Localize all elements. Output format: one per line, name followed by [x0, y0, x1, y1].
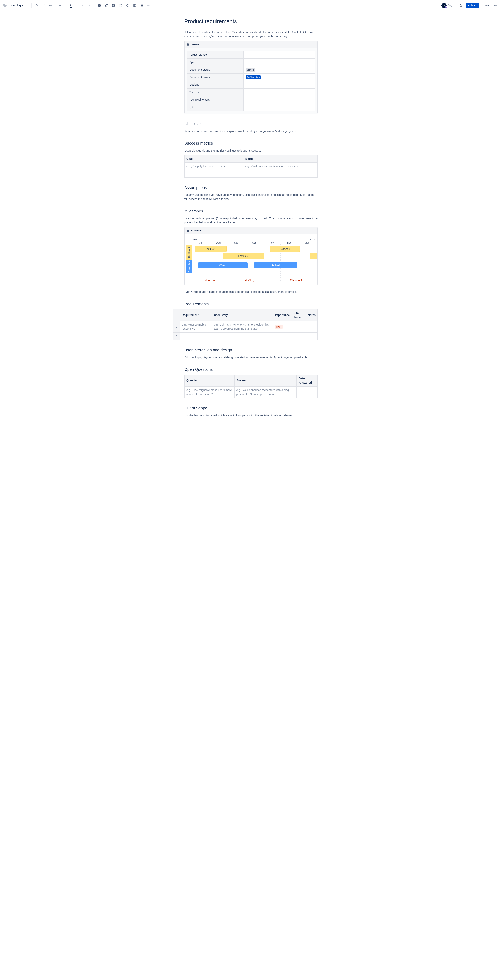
- text-color-button[interactable]: A ▾: [69, 2, 75, 9]
- svg-point-5: [81, 5, 81, 6]
- layout-button[interactable]: [139, 2, 145, 9]
- svg-point-19: [126, 4, 129, 7]
- section-heading-outscope[interactable]: Out of Scope: [184, 405, 318, 411]
- panel-header: Details: [185, 41, 317, 48]
- page-icon: [187, 43, 190, 46]
- milestone-label: Go/No go: [245, 279, 255, 282]
- roadmap-year-end: 2019: [309, 237, 315, 242]
- mention-pill[interactable]: @Chan Kim: [245, 75, 261, 80]
- svg-rect-29: [460, 5, 462, 7]
- separator: [76, 3, 77, 8]
- italic-button[interactable]: I: [41, 2, 47, 9]
- more-formatting-button[interactable]: ···: [48, 2, 54, 9]
- roadmap-lane-dashboard: Dashboard Feature 1 Feature 3 Feature 2: [186, 245, 316, 260]
- section-heading-requirements[interactable]: Requirements: [184, 301, 318, 307]
- separator: [31, 3, 32, 8]
- svg-point-21: [128, 5, 128, 5]
- page-more-button[interactable]: ···: [492, 2, 499, 9]
- table-row: Technical writers: [188, 96, 315, 103]
- section-heading-milestones[interactable]: Milestones: [184, 208, 318, 214]
- chevron-down-icon: ▾: [62, 5, 64, 6]
- status-lozenge[interactable]: DRAFT: [245, 68, 255, 72]
- table-row: QA: [188, 103, 315, 111]
- separator: [94, 3, 94, 8]
- align-button[interactable]: ▾: [58, 2, 64, 9]
- svg-rect-22: [134, 4, 136, 7]
- importance-badge[interactable]: HIGH: [275, 325, 283, 329]
- objective-text[interactable]: Provide context on this project and expl…: [184, 129, 318, 133]
- toolbar-left: Heading 2 ▾ B I ··· ▾ A ▾ 123: [2, 2, 441, 9]
- svg-point-3: [81, 4, 81, 5]
- roadmap-bar[interactable]: [310, 253, 317, 259]
- user-avatar[interactable]: CK: [441, 3, 446, 8]
- insert-more-button[interactable]: + ▾: [146, 2, 152, 9]
- success-metrics-table[interactable]: Goal Metric e.g., Simplify the user expe…: [184, 155, 318, 178]
- roadmap-bar[interactable]: Feature 2: [223, 253, 264, 259]
- roadmap-bar[interactable]: iOS App: [198, 262, 248, 268]
- open-questions-table[interactable]: Question Answer Date Answered e.g., How …: [184, 375, 318, 398]
- section-heading-openq[interactable]: Open Questions: [184, 366, 318, 372]
- roadmap-month: Nov: [263, 241, 280, 245]
- uidesign-text[interactable]: Add mockups, diagrams, or visual designs…: [184, 355, 318, 360]
- lane-track: iOS App Android: [192, 260, 316, 273]
- text-style-dropdown[interactable]: Heading 2 ▾: [10, 3, 29, 8]
- table-row: Designer: [188, 81, 315, 89]
- roadmap-lane-notification: Notification iOS App Android: [186, 260, 316, 273]
- milestone-label: Milestone 2: [290, 279, 302, 282]
- roadmap-chart: 2018 2019 Jul Aug Sep Oct Nov Dec Jan Da…: [185, 234, 317, 285]
- roadmap-bar[interactable]: Android: [254, 262, 297, 268]
- page-title[interactable]: Product requirements: [184, 17, 318, 25]
- assumptions-text[interactable]: List any assumptions you have about your…: [184, 193, 318, 201]
- requirements-table[interactable]: Requirement User Story Importance Jira I…: [172, 309, 318, 340]
- image-button[interactable]: [110, 2, 117, 9]
- separator: [66, 3, 67, 8]
- section-heading-assumptions[interactable]: Assumptions: [184, 185, 318, 191]
- numbered-list-button[interactable]: 123: [86, 2, 92, 9]
- svg-point-7: [81, 6, 81, 6]
- details-panel: Details Target release Epic Document sta…: [184, 41, 318, 114]
- table-row: e.g., Simplify the user experiencee.g., …: [185, 163, 318, 170]
- bullet-list-button[interactable]: [79, 2, 85, 9]
- link-button[interactable]: [104, 2, 110, 9]
- lane-label: Dashboard: [186, 245, 192, 260]
- roadmap-month: Sep: [228, 241, 245, 245]
- presence-dot-icon: [445, 6, 447, 8]
- svg-point-18: [120, 5, 121, 6]
- milestones-text[interactable]: Use the roadmap planner (/roadmap) to he…: [184, 216, 318, 224]
- editor-toolbar: Heading 2 ▾ B I ··· ▾ A ▾ 123: [0, 0, 502, 11]
- publish-button[interactable]: Publish: [465, 3, 479, 8]
- chevron-down-icon: ▾: [25, 4, 27, 6]
- roadmap-month: Oct: [245, 241, 263, 245]
- panel-header: Roadmap: [185, 227, 317, 234]
- roadmap-panel[interactable]: Roadmap 2018 2019 Jul Aug Sep Oct Nov De…: [184, 227, 318, 285]
- chevron-down-icon: ▾: [150, 5, 150, 6]
- table-row: [185, 170, 318, 178]
- document-body[interactable]: Product requirements Fill in project det…: [177, 11, 325, 436]
- outscope-text[interactable]: List the features discussed which are ou…: [184, 414, 318, 417]
- text-style-label: Heading 2: [11, 4, 23, 7]
- close-button[interactable]: Close: [481, 3, 491, 8]
- mention-button[interactable]: [118, 2, 124, 9]
- svg-rect-27: [141, 4, 142, 6]
- intro-paragraph[interactable]: Fill in project details in the table bel…: [184, 30, 318, 38]
- success-text[interactable]: List project goals and the metrics you'l…: [184, 149, 318, 153]
- details-table[interactable]: Target release Epic Document statusDRAFT…: [187, 51, 315, 111]
- svg-rect-28: [142, 4, 143, 6]
- action-item-button[interactable]: [96, 2, 102, 9]
- bold-button[interactable]: B: [33, 2, 40, 9]
- section-heading-success[interactable]: Success metrics: [184, 140, 318, 146]
- restrictions-button[interactable]: [458, 2, 464, 9]
- table-row: Epic: [188, 59, 315, 66]
- section-heading-objective[interactable]: Objective: [184, 121, 318, 127]
- milestones-footnote[interactable]: Type /trello to add a card or board to t…: [184, 290, 318, 294]
- chevron-down-icon: ▾: [73, 5, 73, 6]
- table-row: Tech lead: [188, 89, 315, 96]
- emoji-button[interactable]: [124, 2, 131, 9]
- roadmap-month: Jan: [298, 241, 316, 245]
- invite-button[interactable]: +: [448, 3, 452, 8]
- roadmap-bar[interactable]: Feature 3: [270, 246, 300, 252]
- section-heading-uidesign[interactable]: User interaction and design: [184, 347, 318, 353]
- table-row: Target release: [188, 51, 315, 59]
- table-button[interactable]: [132, 2, 138, 9]
- svg-point-20: [127, 5, 127, 5]
